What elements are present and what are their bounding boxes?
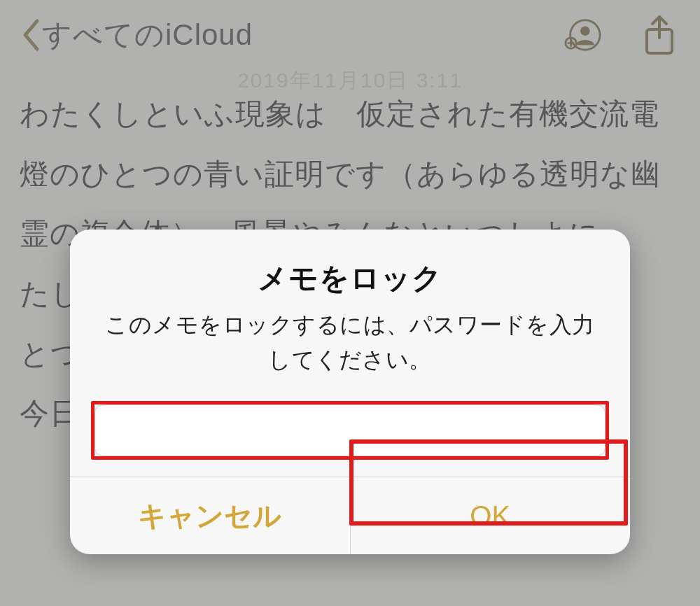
dialog-buttons: キャンセル OK <box>70 477 630 554</box>
dialog-title: メモをロック <box>98 259 602 298</box>
lock-dialog: メモをロック このメモをロックするには、パスワードを入力してください。 キャンセ… <box>70 230 630 554</box>
password-input[interactable] <box>94 404 606 456</box>
password-highlight <box>91 401 609 460</box>
cancel-button[interactable]: キャンセル <box>70 477 350 554</box>
ok-button[interactable]: OK <box>350 477 631 554</box>
dialog-message: このメモをロックするには、パスワードを入力してください。 <box>98 308 602 377</box>
